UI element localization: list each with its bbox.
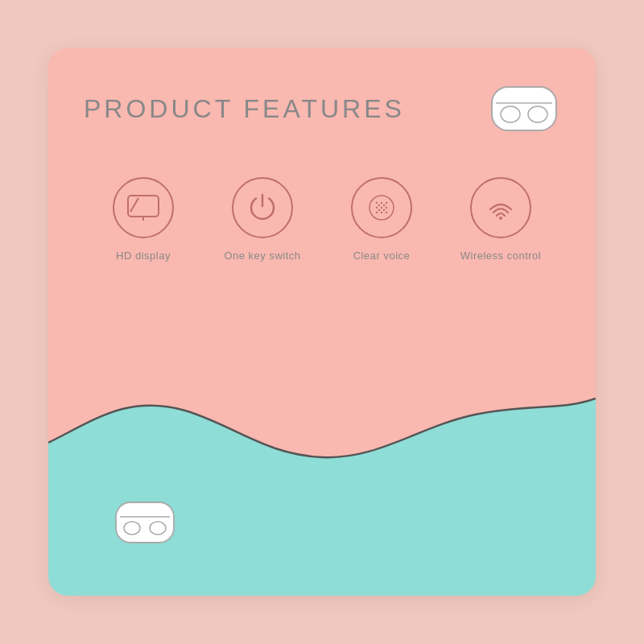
product-card: PRODUCT FEATURES: [48, 48, 596, 596]
features-row: HD display One key switch: [84, 177, 560, 262]
page-title: PRODUCT FEATURES: [84, 94, 405, 124]
header-row: PRODUCT FEATURES: [84, 80, 560, 137]
one-key-switch-label: One key switch: [224, 250, 300, 262]
svg-line-7: [130, 198, 138, 212]
svg-point-21: [383, 209, 385, 211]
speaker-icon: [365, 192, 398, 224]
feature-wireless-control: Wireless control: [448, 177, 553, 262]
feature-one-key-switch: One key switch: [210, 177, 315, 262]
svg-rect-0: [492, 87, 556, 130]
svg-point-18: [378, 204, 380, 206]
feature-hd-display: HD display: [91, 177, 196, 262]
teal-wave-background: [48, 338, 596, 596]
svg-point-25: [124, 522, 140, 535]
svg-point-26: [150, 522, 166, 535]
display-icon: [126, 194, 160, 221]
svg-point-13: [381, 207, 382, 208]
wifi-icon: [485, 192, 517, 224]
earbuds-icon-bottom: [113, 497, 177, 547]
clear-voice-label: Clear voice: [353, 250, 411, 262]
svg-rect-4: [128, 196, 159, 217]
svg-point-19: [383, 204, 385, 206]
card-content: PRODUCT FEATURES: [48, 48, 596, 286]
svg-point-9: [376, 202, 378, 204]
hd-display-label: HD display: [116, 250, 171, 262]
svg-rect-23: [116, 502, 174, 543]
wireless-control-label: Wireless control: [460, 250, 541, 262]
svg-point-20: [378, 209, 380, 211]
svg-point-15: [376, 212, 378, 213]
one-key-switch-icon-circle: [232, 177, 293, 238]
svg-point-2: [501, 106, 520, 122]
svg-point-14: [386, 207, 387, 208]
earbuds-icon-top: [488, 80, 560, 137]
svg-point-22: [499, 217, 502, 220]
power-icon: [246, 192, 279, 224]
svg-point-11: [386, 202, 387, 204]
feature-clear-voice: Clear voice: [329, 177, 434, 262]
svg-point-17: [386, 212, 387, 213]
svg-point-10: [381, 202, 382, 204]
svg-point-12: [376, 207, 378, 208]
clear-voice-icon-circle: [351, 177, 412, 238]
svg-point-3: [528, 106, 547, 122]
wireless-control-icon-circle: [470, 177, 531, 238]
hd-display-icon-circle: [113, 177, 174, 238]
svg-point-16: [381, 212, 382, 213]
